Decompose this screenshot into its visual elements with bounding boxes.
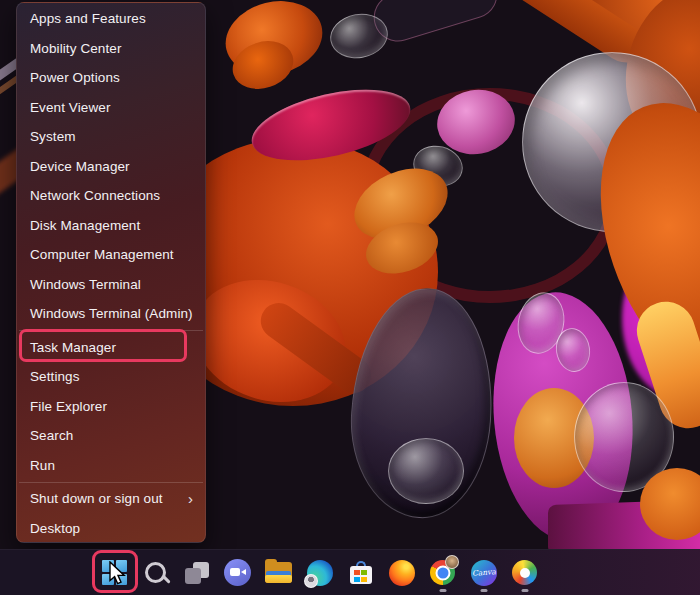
menu-item-settings[interactable]: Settings <box>17 362 205 392</box>
running-indicator <box>521 589 528 592</box>
microsoft-store-icon <box>349 561 373 585</box>
menu-item-label: Shut down or sign out <box>30 491 163 506</box>
chrome-icon <box>430 560 455 585</box>
chat-button[interactable] <box>218 553 258 593</box>
chevron-right-icon: › <box>188 491 193 506</box>
menu-item-apps-and-features[interactable]: Apps and Features <box>17 4 205 34</box>
firefox-icon <box>389 560 415 586</box>
edge-icon <box>307 560 333 586</box>
windows-logo-icon <box>102 560 127 585</box>
colorful-swirl-browser-icon <box>512 560 537 585</box>
running-indicator <box>480 589 487 592</box>
menu-item-task-manager[interactable]: Task Manager <box>17 333 205 363</box>
file-explorer-icon <box>265 562 292 583</box>
profile-avatar-icon <box>304 574 318 588</box>
menu-item-file-explorer[interactable]: File Explorer <box>17 392 205 422</box>
canva-icon-text: Canva <box>471 567 495 578</box>
taskbar-buttons: Canva <box>94 550 545 595</box>
menu-item-computer-management[interactable]: Computer Management <box>17 240 205 270</box>
edge-button[interactable] <box>300 553 340 593</box>
menu-item-power-options[interactable]: Power Options <box>17 63 205 93</box>
winx-context-menu: Apps and Features Mobility Center Power … <box>16 2 206 543</box>
menu-item-system[interactable]: System <box>17 122 205 152</box>
menu-item-network-connections[interactable]: Network Connections <box>17 181 205 211</box>
chat-icon <box>224 559 251 586</box>
task-view-icon <box>184 560 210 586</box>
firefox-button[interactable] <box>382 553 422 593</box>
menu-item-desktop[interactable]: Desktop <box>17 514 205 544</box>
menu-item-search[interactable]: Search <box>17 421 205 451</box>
colorful-swirl-browser-button[interactable] <box>505 553 545 593</box>
menu-item-windows-terminal-admin[interactable]: Windows Terminal (Admin) <box>17 299 205 329</box>
wallpaper-droplet <box>388 438 464 504</box>
file-explorer-button[interactable] <box>259 553 299 593</box>
microsoft-store-button[interactable] <box>341 553 381 593</box>
canva-icon: Canva <box>471 560 497 586</box>
menu-item-disk-management[interactable]: Disk Management <box>17 211 205 241</box>
task-view-button[interactable] <box>177 553 217 593</box>
menu-item-mobility-center[interactable]: Mobility Center <box>17 34 205 64</box>
wallpaper-blob <box>368 0 503 48</box>
start-button[interactable] <box>95 553 135 593</box>
running-indicator <box>439 589 446 592</box>
desktop-screen: Apps and Features Mobility Center Power … <box>0 0 700 595</box>
search-icon <box>145 562 166 583</box>
menu-item-windows-terminal[interactable]: Windows Terminal <box>17 270 205 300</box>
chrome-button[interactable] <box>423 553 463 593</box>
menu-item-event-viewer[interactable]: Event Viewer <box>17 93 205 123</box>
menu-item-run[interactable]: Run <box>17 451 205 481</box>
taskbar-search-button[interactable] <box>136 553 176 593</box>
taskbar: Canva <box>0 549 700 595</box>
menu-item-device-manager[interactable]: Device Manager <box>17 152 205 182</box>
menu-item-shut-down-or-sign-out[interactable]: Shut down or sign out › <box>17 484 205 514</box>
profile-avatar-icon <box>445 555 459 569</box>
canva-button[interactable]: Canva <box>464 553 504 593</box>
